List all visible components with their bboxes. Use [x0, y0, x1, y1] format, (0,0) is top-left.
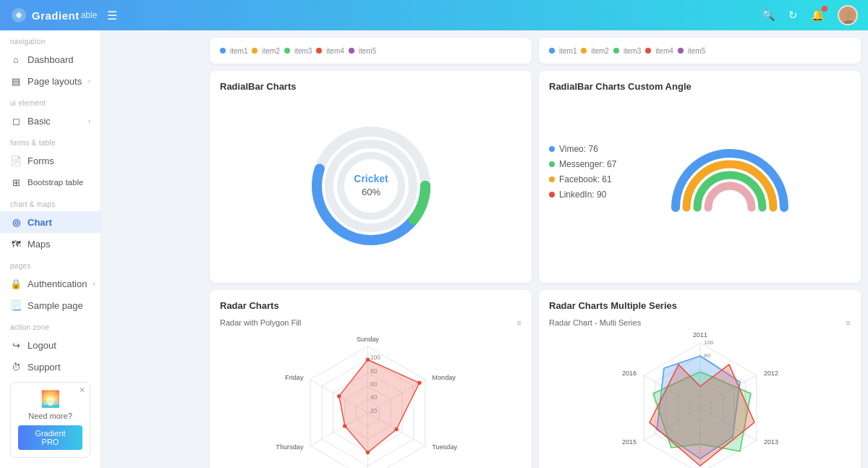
sidebar-item-support[interactable]: ⏱ Support: [0, 356, 101, 378]
legend-item-facebook: Facebook: 61: [549, 174, 643, 184]
logo-sub: able: [81, 10, 98, 20]
sidebar-item-authentication[interactable]: 🔒 Authentication ›: [0, 273, 101, 294]
legend-item-messenger: Messenger: 67: [549, 159, 643, 169]
sidebar-item-sample-page[interactable]: 📃 Sample page: [0, 294, 101, 316]
right-legend-card: item1 item2 item3 item4 item5: [539, 38, 861, 64]
radialbar-chart: Cricket 60%: [220, 99, 522, 273]
svg-text:80: 80: [704, 352, 710, 359]
radar-subtitle: Radar with Polygon Fill ≡: [220, 318, 522, 327]
sidebar-item-basic[interactable]: ◻ Basic ›: [0, 110, 101, 132]
radar-title: Radar Charts: [220, 300, 522, 311]
sidebar-section-ui: ui element: [0, 92, 101, 110]
legend-dot: [581, 48, 587, 54]
linkedin-label: LinkedIn: 90: [559, 190, 606, 200]
legend-dot: [284, 48, 290, 54]
gradient-pro-button[interactable]: Gradient PRO: [18, 425, 82, 450]
svg-point-25: [394, 427, 399, 432]
file-icon: 📄: [10, 155, 22, 166]
legend-dot: [549, 48, 555, 54]
layout-icon: ▤: [10, 75, 22, 87]
svg-point-7: [341, 156, 401, 216]
lock-icon: 🔒: [10, 278, 22, 289]
legend-dot: [613, 48, 619, 54]
radar-multi-subtitle-label: Radar Chart - Multi Series: [549, 318, 641, 327]
radialbar-card: RadialBar Charts Cricket 60%: [210, 71, 532, 283]
sidebar-section-charts: chart & maps: [0, 193, 101, 211]
notification-badge: [822, 6, 827, 12]
chart-icon: ◎: [10, 216, 22, 228]
sidebar-section-navigation: navigation: [0, 30, 101, 48]
svg-text:Friday: Friday: [285, 374, 304, 381]
svg-point-28: [336, 394, 340, 399]
table-icon: ⊞: [10, 176, 22, 188]
svg-text:2013: 2013: [764, 438, 778, 446]
file2-icon: 📃: [10, 299, 22, 311]
bell-icon[interactable]: 🔔: [811, 9, 825, 22]
sidebar-item-label: Page layouts: [27, 76, 82, 87]
avatar[interactable]: [838, 5, 858, 25]
sidebar-item-label: Chart: [27, 217, 52, 228]
radar-multi-title: Radar Charts Multiple Series: [549, 300, 851, 311]
sidebar-item-label: Sample page: [27, 300, 83, 311]
legend-dot: [645, 48, 651, 54]
sidebar-item-label: Support: [27, 362, 61, 373]
svg-text:Thursday: Thursday: [276, 443, 304, 451]
refresh-icon[interactable]: ↻: [788, 9, 798, 22]
svg-text:60%: 60%: [361, 187, 380, 197]
legend-label: item5: [688, 47, 705, 55]
sidebar: navigation ⌂ Dashboard ▤ Page layouts › …: [0, 0, 101, 468]
sidebar-section-pages: pages: [0, 255, 101, 273]
svg-point-2: [842, 20, 856, 25]
legend-item-linkedin: LinkedIn: 90: [549, 190, 643, 200]
map-icon: 🗺: [10, 238, 22, 250]
legend-dot: [349, 48, 354, 54]
sidebar-item-forms[interactable]: 📄 Forms: [0, 150, 101, 171]
radar-svg: // Draw 7-sided polygon rings - done inl…: [248, 330, 494, 468]
svg-text:2012: 2012: [764, 370, 778, 377]
svg-text:40: 40: [370, 394, 378, 401]
sidebar-item-label: Basic: [27, 116, 51, 127]
sidebar-item-maps[interactable]: 🗺 Maps: [0, 233, 101, 255]
sidebar-item-label: Logout: [27, 340, 56, 351]
hamburger-menu-icon[interactable]: ≡: [846, 318, 851, 327]
search-icon[interactable]: 🔍: [762, 9, 775, 22]
svg-text:Monday: Monday: [432, 374, 456, 381]
legend-label: item2: [262, 47, 279, 55]
hamburger-icon[interactable]: ☰: [107, 9, 117, 22]
sidebar-item-label: Authentication: [27, 278, 87, 289]
left-legend-card: item1 item2 item3 item4 item5: [210, 38, 532, 64]
sidebar-item-logout[interactable]: ↪ Logout: [0, 334, 101, 356]
svg-text:100: 100: [370, 354, 380, 361]
svg-point-26: [365, 451, 370, 455]
sidebar-item-page-layouts[interactable]: ▤ Page layouts ›: [0, 70, 101, 92]
vimeo-dot: [549, 146, 555, 152]
logout-icon: ↪: [10, 339, 22, 351]
sidebar-section-action: action zone: [0, 316, 101, 334]
sidebar-item-label: Maps: [27, 239, 51, 250]
svg-text:Sunday: Sunday: [356, 336, 378, 343]
legend-item-vimeo: Vimeo: 76: [549, 144, 643, 154]
svg-text:100: 100: [704, 339, 714, 346]
sidebar-item-dashboard[interactable]: ⌂ Dashboard: [0, 48, 101, 70]
chevron-right-icon: ›: [88, 77, 90, 85]
radar-multi-card: Radar Charts Multiple Series Radar Chart…: [539, 290, 861, 468]
svg-text:20: 20: [370, 408, 378, 414]
legend-label: item2: [591, 47, 608, 55]
legend-dot: [220, 48, 226, 54]
svg-point-24: [417, 381, 422, 386]
sidebar-item-bootstrap-table[interactable]: ⊞ Bootstrap table: [0, 171, 101, 193]
radar-grid: // Draw 7-sided polygon rings - done inl…: [276, 336, 457, 468]
sidebar-section-forms: forms & table: [0, 132, 101, 150]
close-icon[interactable]: ✕: [79, 386, 85, 395]
hamburger-menu-icon[interactable]: ≡: [517, 318, 522, 327]
radar-multi-chart: 100 80 2011 2012 2013 2014 2015 2016: [549, 330, 851, 468]
chevron-right-icon: ›: [93, 280, 95, 288]
svg-marker-22: [339, 359, 419, 452]
legend-dot: [316, 48, 322, 54]
radialbar-custom-svg: [650, 106, 809, 237]
svg-text:80: 80: [370, 368, 378, 375]
linkedin-dot: [549, 192, 555, 197]
radar-subtitle-label: Radar with Polygon Fill: [220, 318, 302, 327]
legend-label: item5: [359, 47, 376, 55]
sidebar-item-chart[interactable]: ◎ Chart: [0, 211, 101, 233]
